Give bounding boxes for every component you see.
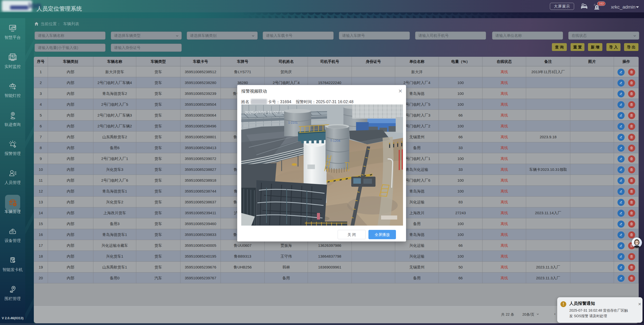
svg-text:2025/07/31 16:02:58: 2025/07/31 16:02:58 bbox=[245, 110, 284, 115]
